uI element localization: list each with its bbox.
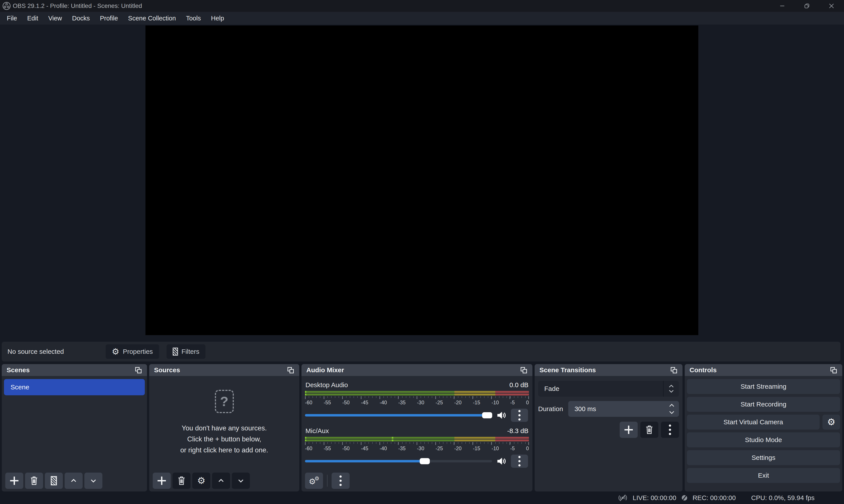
exit-button[interactable]: Exit xyxy=(687,468,840,483)
meter-scale: -60-55-50-45-40-35-30-25-20-15-10-50 xyxy=(305,400,529,406)
start-virtual-camera-button[interactable]: Start Virtual Camera xyxy=(687,415,820,430)
volume-slider[interactable] xyxy=(305,411,492,420)
scenes-toolbar xyxy=(5,473,102,489)
preview-canvas[interactable] xyxy=(145,25,698,335)
move-scene-down-button[interactable] xyxy=(84,473,102,489)
preview-area xyxy=(0,24,844,341)
advanced-audio-properties-button[interactable]: ⚙ ⚙ xyxy=(305,473,323,489)
popout-icon[interactable] xyxy=(829,366,838,374)
cpu-fps-stats: CPU: 0.0%, 59.94 fps xyxy=(751,494,815,502)
chevron-down-icon xyxy=(669,390,674,393)
spin-up-icon[interactable] xyxy=(669,403,674,407)
meter-scale-label: -30 xyxy=(417,446,424,451)
speaker-icon[interactable] xyxy=(496,411,507,420)
meter-scale-label: -45 xyxy=(361,446,368,451)
virtual-camera-settings-button[interactable]: ⚙ xyxy=(823,415,840,430)
transition-options-button[interactable] xyxy=(661,422,679,438)
menu-tools[interactable]: Tools xyxy=(181,12,206,24)
slider-handle[interactable] xyxy=(420,458,430,464)
menu-file[interactable]: File xyxy=(2,12,22,24)
popout-icon[interactable] xyxy=(134,366,142,374)
mixer-channel-mic-aux: Mic/Aux -8.3 dB -60-55-50-45-40-35-30-25… xyxy=(301,427,532,468)
meter-scale-label: -60 xyxy=(305,400,312,406)
audio-mixer-panel: Audio Mixer Desktop Audio 0.0 dB -60-55-… xyxy=(301,364,532,491)
meter-scale-label: -30 xyxy=(417,400,424,406)
menu-docks[interactable]: Docks xyxy=(67,12,95,24)
minimize-button[interactable] xyxy=(778,2,786,10)
source-toolbar: No source selected ⚙ Properties Filters xyxy=(2,342,841,361)
controls-panel-header: Controls xyxy=(685,364,842,376)
sources-empty-state[interactable]: ? You don't have any sources. Click the … xyxy=(149,376,299,469)
channel-name: Desktop Audio xyxy=(305,381,348,389)
popout-icon[interactable] xyxy=(286,366,295,374)
chevron-up-icon xyxy=(217,477,225,484)
duration-spinbox[interactable]: 300 ms xyxy=(568,401,679,417)
meter-scale-label: 0 xyxy=(526,446,529,451)
close-button[interactable] xyxy=(828,2,835,10)
meter-scale-label: -35 xyxy=(398,446,406,451)
chevron-down-icon xyxy=(90,477,97,484)
menu-edit[interactable]: Edit xyxy=(22,12,43,24)
meter-scale-label: 0 xyxy=(526,400,529,406)
channel-db-value: 0.0 dB xyxy=(509,381,528,389)
source-properties-button[interactable]: ⚙ xyxy=(192,473,210,489)
start-streaming-button[interactable]: Start Streaming xyxy=(687,379,840,394)
add-scene-button[interactable] xyxy=(5,473,23,489)
scene-transitions-panel: Scene Transitions Fade Duration 300 ms xyxy=(534,364,683,491)
meter-scale-label: -60 xyxy=(305,446,312,451)
remove-transition-button[interactable] xyxy=(640,422,658,438)
move-source-down-button[interactable] xyxy=(232,473,250,489)
meter-scale-label: -55 xyxy=(324,446,331,451)
chevron-up-icon xyxy=(70,477,77,484)
meter-scale-label: -20 xyxy=(454,400,461,406)
live-inactive-icon xyxy=(618,494,628,502)
add-source-button[interactable] xyxy=(153,473,171,489)
title-bar: OBS 29.1.2 - Profile: Untitled - Scenes:… xyxy=(0,0,844,12)
remove-scene-button[interactable] xyxy=(25,473,43,489)
spin-down-icon[interactable] xyxy=(669,411,674,414)
select-arrows[interactable] xyxy=(664,384,679,393)
mixer-options-button[interactable] xyxy=(332,473,350,489)
remove-source-button[interactable] xyxy=(173,473,191,489)
meter-scale-label: -25 xyxy=(436,446,443,451)
meter-scale-label: -40 xyxy=(380,400,387,406)
transition-select[interactable]: Fade xyxy=(538,381,679,397)
slider-handle[interactable] xyxy=(482,412,492,418)
menu-help[interactable]: Help xyxy=(206,12,229,24)
meter-scale-label: -50 xyxy=(342,400,350,406)
question-mark-icon: ? xyxy=(215,390,234,413)
scene-list-item[interactable]: Scene xyxy=(4,379,145,395)
menu-profile[interactable]: Profile xyxy=(95,12,123,24)
chevron-up-icon xyxy=(669,384,674,388)
filter-icon xyxy=(51,476,57,485)
channel-options-button[interactable] xyxy=(511,455,528,468)
transition-selected-value: Fade xyxy=(538,385,663,393)
meter-scale: -60-55-50-45-40-35-30-25-20-15-10-50 xyxy=(305,446,529,451)
move-source-up-button[interactable] xyxy=(212,473,230,489)
trash-icon xyxy=(177,476,186,485)
plus-icon xyxy=(625,426,633,434)
scene-filters-button[interactable] xyxy=(45,473,63,489)
volume-slider[interactable] xyxy=(305,457,492,466)
channel-name: Mic/Aux xyxy=(305,427,329,435)
settings-button[interactable]: Settings xyxy=(687,450,840,465)
popout-icon[interactable] xyxy=(520,366,528,374)
menu-view[interactable]: View xyxy=(43,12,67,24)
meter-scale-label: -40 xyxy=(380,446,387,451)
move-scene-up-button[interactable] xyxy=(65,473,83,489)
menu-scene-collection[interactable]: Scene Collection xyxy=(123,12,181,24)
gear-icon: ⚙ xyxy=(827,417,836,427)
studio-mode-button[interactable]: Studio Mode xyxy=(687,432,840,447)
channel-db-value: -8.3 dB xyxy=(507,427,528,435)
speaker-icon[interactable] xyxy=(496,456,507,466)
meter-scale-label: -5 xyxy=(510,446,515,451)
start-recording-button[interactable]: Start Recording xyxy=(687,397,840,412)
channel-options-button[interactable] xyxy=(511,409,528,422)
mixer-channel-desktop-audio: Desktop Audio 0.0 dB -60-55-50-45-40-35-… xyxy=(301,381,532,422)
properties-button[interactable]: ⚙ Properties xyxy=(106,344,159,359)
popout-icon[interactable] xyxy=(670,366,678,374)
kebab-menu-icon xyxy=(518,410,521,420)
restore-button[interactable] xyxy=(803,2,811,10)
add-transition-button[interactable] xyxy=(620,422,638,438)
filters-button[interactable]: Filters xyxy=(166,344,206,359)
